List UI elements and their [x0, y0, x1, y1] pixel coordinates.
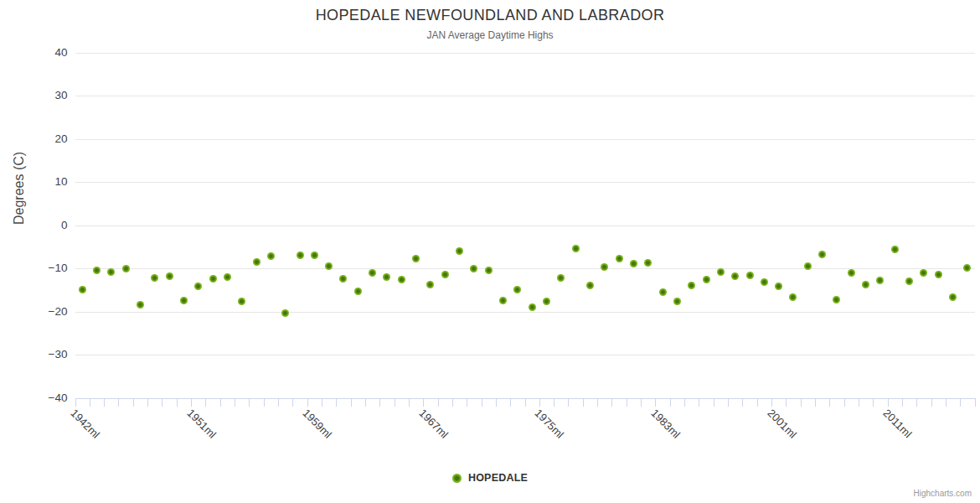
scatter-point[interactable]	[717, 268, 725, 276]
scatter-point[interactable]	[659, 288, 667, 296]
scatter-point[interactable]	[513, 286, 521, 293]
scatter-point[interactable]	[470, 265, 477, 272]
scatter-point[interactable]	[891, 246, 899, 253]
y-axis-tick-label: 30	[9, 90, 68, 101]
legend[interactable]: HOPEDALE	[0, 472, 980, 484]
scatter-point[interactable]	[905, 277, 913, 285]
x-axis-tick	[641, 398, 642, 407]
scatter-point[interactable]	[688, 282, 695, 289]
scatter-point[interactable]	[297, 252, 304, 259]
scatter-point[interactable]	[935, 271, 942, 278]
scatter-point[interactable]	[703, 276, 710, 283]
scatter-point[interactable]	[281, 309, 289, 317]
scatter-point[interactable]	[253, 258, 260, 266]
scatter-point[interactable]	[499, 297, 507, 304]
x-axis-tick	[278, 398, 279, 407]
scatter-point[interactable]	[963, 264, 971, 272]
scatter-point[interactable]	[122, 265, 130, 272]
scatter-point[interactable]	[339, 275, 347, 283]
x-axis-category-label: 2001ml	[765, 407, 799, 441]
x-axis-tick	[307, 398, 308, 407]
scatter-point[interactable]	[224, 273, 231, 281]
scatter-point[interactable]	[354, 288, 362, 295]
x-axis-tick	[786, 398, 787, 407]
y-axis-tick-label: −30	[9, 349, 68, 360]
scatter-point[interactable]	[194, 283, 202, 290]
scatter-point[interactable]	[79, 286, 86, 293]
scatter-point[interactable]	[137, 301, 144, 309]
scatter-point[interactable]	[267, 252, 275, 260]
x-axis-tick	[292, 398, 293, 407]
scatter-point[interactable]	[426, 281, 434, 288]
y-axis-tick-label: 0	[9, 220, 68, 231]
legend-marker-icon	[452, 474, 462, 483]
scatter-point[interactable]	[180, 297, 188, 304]
scatter-point[interactable]	[601, 263, 608, 271]
scatter-point[interactable]	[673, 298, 681, 305]
x-axis-tick	[162, 398, 162, 407]
chart-container: HOPEDALE NEWFOUNDLAND AND LABRADOR JAN A…	[0, 0, 980, 503]
scatter-point[interactable]	[848, 269, 855, 277]
scatter-point[interactable]	[325, 262, 333, 270]
scatter-point[interactable]	[383, 273, 390, 281]
scatter-point[interactable]	[166, 272, 173, 280]
x-axis-tick	[655, 398, 656, 407]
scatter-point[interactable]	[833, 296, 840, 303]
scatter-point[interactable]	[398, 276, 405, 283]
scatter-point[interactable]	[441, 271, 449, 278]
y-gridline	[75, 355, 975, 355]
x-axis-tick	[728, 398, 729, 407]
scatter-point[interactable]	[93, 267, 101, 274]
x-axis-category-label: 1942ml	[69, 407, 103, 441]
scatter-point[interactable]	[311, 252, 318, 259]
x-axis-tick	[771, 398, 772, 407]
x-axis-tick	[931, 398, 932, 407]
scatter-point[interactable]	[151, 274, 158, 282]
x-axis-tick	[482, 398, 482, 407]
scatter-point[interactable]	[586, 282, 594, 289]
x-axis-tick	[960, 398, 961, 407]
scatter-point[interactable]	[485, 267, 493, 274]
scatter-point[interactable]	[107, 268, 115, 276]
scatter-point[interactable]	[630, 260, 637, 267]
y-axis-tick-label: 10	[9, 176, 68, 188]
scatter-point[interactable]	[818, 251, 826, 258]
x-axis-tick	[757, 398, 758, 407]
scatter-point[interactable]	[920, 269, 927, 277]
scatter-point[interactable]	[876, 277, 884, 284]
scatter-point[interactable]	[949, 293, 957, 301]
scatter-point[interactable]	[616, 255, 623, 262]
x-axis-tick	[829, 398, 830, 407]
scatter-point[interactable]	[209, 275, 217, 283]
scatter-point[interactable]	[456, 247, 463, 255]
x-axis-tick	[873, 398, 874, 407]
x-axis-tick	[395, 398, 395, 407]
scatter-point[interactable]	[412, 255, 420, 262]
x-axis-tick	[670, 398, 671, 407]
x-axis-tick	[104, 398, 105, 407]
scatter-point[interactable]	[761, 278, 768, 286]
scatter-point[interactable]	[731, 272, 739, 280]
scatter-point[interactable]	[529, 303, 536, 311]
x-axis-tick	[264, 398, 265, 407]
x-axis-tick	[191, 398, 192, 407]
scatter-point[interactable]	[572, 245, 580, 252]
scatter-point[interactable]	[644, 259, 652, 267]
x-axis-tick	[336, 398, 337, 407]
x-axis-category-label: 1951ml	[184, 407, 219, 441]
x-axis-tick	[554, 398, 554, 407]
scatter-point[interactable]	[789, 293, 797, 301]
scatter-point[interactable]	[543, 298, 550, 305]
highcharts-credits-link[interactable]: Highcharts.com	[914, 489, 972, 498]
x-axis-tick	[975, 398, 976, 407]
x-axis-category-label: 1975ml	[533, 407, 567, 441]
scatter-point[interactable]	[557, 274, 565, 282]
scatter-point[interactable]	[775, 283, 782, 290]
scatter-point[interactable]	[746, 272, 754, 279]
scatter-point[interactable]	[862, 281, 869, 288]
scatter-point[interactable]	[369, 269, 376, 277]
scatter-point[interactable]	[804, 262, 812, 270]
x-axis-tick	[133, 398, 134, 407]
scatter-point[interactable]	[238, 298, 245, 305]
x-axis-tick	[583, 398, 584, 407]
